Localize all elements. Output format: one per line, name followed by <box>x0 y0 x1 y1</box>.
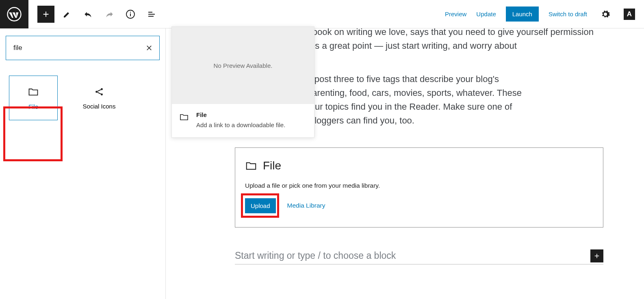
block-preview-thumbnail: No Preview Available. <box>172 27 314 104</box>
launch-button[interactable]: Launch <box>506 6 539 22</box>
topbar-left-tools <box>28 6 160 23</box>
file-block-subtitle: Upload a file or pick one from your medi… <box>245 182 593 189</box>
gear-icon <box>601 9 610 19</box>
close-icon <box>145 44 153 52</box>
block-preview-desc: Add a link to a downloadable file. <box>196 121 285 128</box>
block-results: File Social Icons <box>6 76 160 120</box>
block-item-label: Social Icons <box>83 103 116 110</box>
file-block-title: File <box>263 159 281 172</box>
svg-rect-2 <box>130 13 131 16</box>
inserter-sidebar: File Social Icons <box>0 28 166 299</box>
svg-point-4 <box>95 91 98 93</box>
upload-button[interactable]: Upload <box>245 198 276 213</box>
undo-button[interactable] <box>80 6 97 23</box>
editor-topbar: Preview Update Launch Switch to draft A <box>0 0 644 28</box>
appender-placeholder[interactable]: Start writing or type / to choose a bloc… <box>235 249 590 262</box>
redo-icon <box>104 9 115 20</box>
folder-icon <box>245 160 257 172</box>
block-item-social-icons[interactable]: Social Icons <box>75 76 124 120</box>
outline-button[interactable] <box>143 6 160 23</box>
block-item-file[interactable]: File <box>9 76 58 120</box>
folder-icon <box>179 112 189 122</box>
block-search[interactable] <box>6 36 160 60</box>
svg-point-6 <box>101 93 103 95</box>
default-block-appender[interactable]: Start writing or type / to choose a bloc… <box>235 249 603 264</box>
redo-button[interactable] <box>101 6 118 23</box>
svg-point-5 <box>101 88 103 90</box>
add-block-button[interactable] <box>590 249 603 262</box>
clear-search-button[interactable] <box>145 44 153 52</box>
wordpress-logo[interactable] <box>0 0 28 28</box>
letter-a-icon: A <box>627 10 632 18</box>
share-icon <box>94 87 104 97</box>
add-block-toggle[interactable] <box>37 6 54 23</box>
preview-link[interactable]: Preview <box>445 11 466 17</box>
media-library-link[interactable]: Media Library <box>287 202 325 209</box>
update-link[interactable]: Update <box>476 11 496 17</box>
file-block-placeholder[interactable]: File Upload a file or pick one from your… <box>235 147 603 228</box>
folder-icon <box>28 86 39 98</box>
block-preview-card: No Preview Available. File Add a link to… <box>171 26 314 138</box>
plus-icon <box>41 10 50 19</box>
block-item-label: File <box>28 103 38 110</box>
switch-draft-link[interactable]: Switch to draft <box>549 11 587 17</box>
block-preview-title: File <box>196 111 285 118</box>
block-search-input[interactable] <box>13 43 145 52</box>
pencil-icon <box>62 9 72 19</box>
edit-mode-button[interactable] <box>59 6 76 23</box>
wordpress-icon <box>7 7 22 22</box>
settings-button[interactable] <box>597 6 614 23</box>
plus-icon <box>593 252 601 260</box>
undo-icon <box>83 9 93 20</box>
topbar-right-tools: Preview Update Launch Switch to draft A <box>445 6 644 23</box>
info-button[interactable] <box>122 6 139 23</box>
list-icon <box>147 9 156 19</box>
jetpack-toggle[interactable]: A <box>624 9 635 20</box>
info-icon <box>126 9 135 19</box>
svg-rect-3 <box>130 12 131 13</box>
